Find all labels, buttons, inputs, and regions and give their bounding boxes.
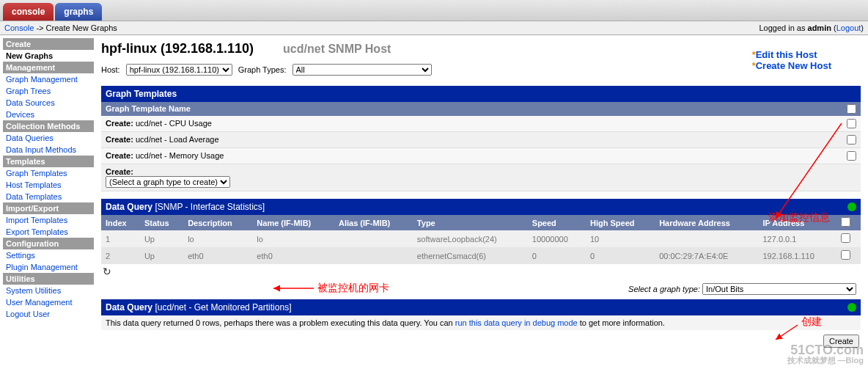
sidebar-header: Create — [3, 38, 94, 50]
dq2-note: This data query returned 0 rows, perhaps… — [101, 315, 861, 330]
graph-types-select[interactable]: All — [293, 64, 432, 76]
dq1-col: High Speed — [586, 215, 655, 230]
top-tabs: console graphs — [0, 0, 868, 21]
gt-create-select[interactable]: (Select a graph type to create) — [106, 176, 230, 188]
tab-console[interactable]: console — [3, 3, 54, 21]
sidebar-item[interactable]: Logout User — [3, 308, 94, 320]
sidebar-header: Management — [3, 62, 94, 73]
create-host-link[interactable]: Create New Host — [756, 60, 831, 71]
sidebar-item[interactable]: Graph Management — [3, 73, 94, 85]
sidebar-item[interactable]: Data Input Methods — [3, 144, 94, 156]
dq1-col: Alias (IF-MIB) — [334, 215, 413, 230]
breadcrumb-bar: Console -> Create New Graphs Logged in a… — [0, 21, 868, 35]
dq1-col: Index — [101, 215, 140, 230]
breadcrumb-sep: -> — [34, 23, 45, 32]
graph-templates-header: Graph Templates — [101, 86, 861, 102]
sidebar-item[interactable]: System Utilities — [3, 285, 94, 296]
gt-row: Create: ucd/net - Memory Usage — [101, 148, 861, 164]
dq1-col: Type — [413, 215, 528, 230]
main: hpf-linux (192.168.1.110) ucd/net SNMP H… — [94, 35, 868, 369]
sidebar-item[interactable]: Plugin Management — [3, 261, 94, 273]
edit-host-link[interactable]: Edit this Host — [756, 49, 817, 60]
sidebar-item[interactable]: Graph Templates — [3, 167, 94, 179]
reload-arrow-icon[interactable]: ↻ — [101, 264, 113, 279]
page-title: hpf-linux (192.168.1.110) — [101, 41, 254, 56]
sidebar-item[interactable]: Import Templates — [3, 214, 94, 226]
sidebar-item[interactable]: Data Queries — [3, 132, 94, 144]
sidebar-item[interactable]: User Management — [3, 296, 94, 308]
gt-row: Create: ucd/net - Load Average — [101, 132, 861, 148]
star-links: *Edit this Host *Create New Host — [752, 49, 831, 71]
reload-dq1-icon[interactable] — [847, 202, 856, 211]
gt-row-check[interactable] — [847, 135, 856, 145]
sidebar-item[interactable]: Data Templates — [3, 191, 94, 202]
create-button[interactable]: Create — [823, 335, 859, 348]
breadcrumb-page: Create New Graphs — [46, 23, 117, 32]
tab-graphs[interactable]: graphs — [55, 3, 102, 21]
reload-dq2-icon[interactable] — [847, 303, 856, 312]
breadcrumb-console[interactable]: Console — [4, 23, 34, 32]
host-select[interactable]: hpf-linux (192.168.1.110) — [126, 64, 232, 76]
sidebar-header: Import/Export — [3, 202, 94, 214]
select-graph-type-label: Select a graph type: — [628, 285, 700, 293]
dq1-checkall[interactable] — [841, 217, 850, 227]
sidebar-header: Templates — [3, 156, 94, 167]
sidebar-item[interactable]: Settings — [3, 249, 94, 261]
dq1-row-check[interactable] — [841, 233, 850, 243]
dq1-row[interactable]: 2Upeth0eth0ethernetCsmacd(6)0000:0C:29:7… — [101, 247, 861, 264]
sidebar-item[interactable]: New Graphs — [3, 50, 94, 62]
dq1-col: Speed — [528, 215, 586, 230]
dq1-row-check[interactable] — [841, 250, 850, 260]
gt-checkall[interactable] — [847, 104, 856, 114]
logout-link[interactable]: Logout — [836, 23, 861, 32]
gt-create-last-label: Create: — [106, 167, 133, 176]
gt-row-check[interactable] — [847, 119, 856, 128]
sidebar: CreateNew GraphsManagementGraph Manageme… — [0, 35, 94, 369]
login-status: Logged in as admin (Logout) — [759, 23, 864, 32]
graph-templates-subheader: Graph Template Name — [101, 102, 861, 116]
gt-row-check[interactable] — [847, 151, 856, 161]
dq2-header: Data Query [ucd/net - Get Monitored Part… — [101, 299, 861, 315]
dq1-col: IP Address — [759, 215, 837, 230]
sidebar-item[interactable]: Export Templates — [3, 226, 94, 238]
debug-link[interactable]: run this data query in debug mode — [455, 318, 578, 327]
graph-types-label: Graph Types: — [238, 65, 287, 74]
dq1-col: Name (IF-MIB) — [252, 215, 334, 230]
host-type: ucd/net SNMP Host — [283, 43, 391, 56]
sidebar-header: Configuration — [3, 238, 94, 249]
select-graph-type[interactable]: In/Out Bits — [702, 283, 856, 295]
gt-row: Create: ucd/net - CPU Usage — [101, 116, 861, 132]
host-label: Host: — [101, 65, 120, 74]
dq1-header: Data Query [SNMP - Interface Statistics] — [101, 199, 861, 215]
sidebar-item[interactable]: Host Templates — [3, 179, 94, 191]
sidebar-item[interactable]: Data Sources — [3, 97, 94, 109]
dq1-row[interactable]: 1UplolosoftwareLoopback(24)1000000010127… — [101, 230, 861, 247]
dq1-col: Hardware Address — [655, 215, 758, 230]
sidebar-item[interactable]: Graph Trees — [3, 85, 94, 97]
dq1-table: IndexStatusDescriptionName (IF-MIB)Alias… — [101, 215, 861, 264]
sidebar-item[interactable]: Devices — [3, 109, 94, 120]
dq1-col: Status — [140, 215, 183, 230]
dq1-col: Description — [183, 215, 252, 230]
sidebar-header: Utilities — [3, 273, 94, 285]
sidebar-header: Collection Methods — [3, 120, 94, 132]
